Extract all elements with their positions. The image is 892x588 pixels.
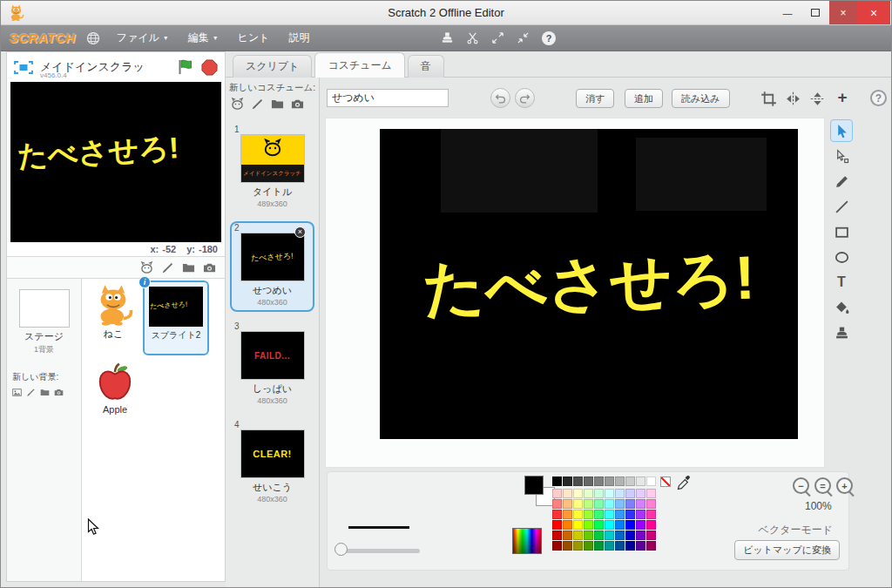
stroke-width-slider[interactable] xyxy=(338,549,420,553)
flip-horizontal-icon[interactable] xyxy=(785,91,801,107)
color-swatch[interactable] xyxy=(552,489,562,498)
color-swatch[interactable] xyxy=(584,541,593,551)
costume-item-title[interactable]: 1 メイドインスクラッチ タイトル 489x360 xyxy=(230,123,314,213)
color-swatch[interactable] xyxy=(563,531,572,540)
new-costume-upload-icon[interactable] xyxy=(271,98,284,111)
costume-delete-button[interactable]: × xyxy=(294,226,306,238)
color-swatch[interactable] xyxy=(563,476,572,486)
color-swatch[interactable] xyxy=(646,499,656,509)
color-swatch[interactable] xyxy=(615,541,625,551)
color-swatch[interactable] xyxy=(594,499,604,509)
color-swatch[interactable] xyxy=(605,531,614,540)
grow-sprite-icon[interactable] xyxy=(491,31,504,44)
tool-rectangle[interactable] xyxy=(830,220,853,243)
color-swatch[interactable] xyxy=(594,510,604,519)
color-swatch[interactable] xyxy=(646,531,656,540)
help-button[interactable]: ? xyxy=(870,90,887,106)
stage-thumbnail[interactable] xyxy=(19,289,70,328)
color-swatch[interactable] xyxy=(615,489,625,498)
new-costume-library-icon[interactable] xyxy=(231,98,244,111)
tool-reshape[interactable] xyxy=(830,145,853,167)
color-swatch[interactable] xyxy=(552,541,562,551)
zoom-in-button[interactable]: + xyxy=(836,477,853,494)
color-swatch[interactable] xyxy=(625,499,635,509)
new-costume-camera-icon[interactable] xyxy=(291,98,304,111)
shrink-sprite-icon[interactable] xyxy=(517,31,530,44)
tab-sounds[interactable]: 音 xyxy=(408,55,444,78)
color-swatch[interactable] xyxy=(625,476,635,486)
color-swatch[interactable] xyxy=(636,541,645,551)
color-swatch[interactable] xyxy=(584,476,593,486)
tool-ellipse[interactable] xyxy=(830,246,853,268)
color-swatch[interactable] xyxy=(636,489,645,498)
color-swatch[interactable] xyxy=(563,499,572,509)
zoom-reset-button[interactable]: = xyxy=(814,477,831,494)
sprite-item-sprite2[interactable]: i たべさせろ! スプライト2 xyxy=(143,280,209,355)
tab-scripts[interactable]: スクリプト xyxy=(233,55,312,78)
stage-canvas[interactable]: たべさせろ! xyxy=(10,82,221,242)
color-swatch[interactable] xyxy=(605,541,614,551)
color-swatch[interactable] xyxy=(646,541,656,551)
redo-button[interactable] xyxy=(515,88,535,108)
color-swatch[interactable] xyxy=(584,520,593,530)
minimize-button[interactable]: — xyxy=(774,1,801,24)
color-swatch[interactable] xyxy=(615,499,625,509)
primary-color-swatch[interactable] xyxy=(524,476,544,495)
costume-name-input[interactable] xyxy=(327,89,449,107)
slider-thumb[interactable] xyxy=(334,543,348,556)
new-backdrop-upload-icon[interactable] xyxy=(40,388,50,397)
new-costume-paint-icon[interactable] xyxy=(251,98,264,111)
color-swatch[interactable] xyxy=(646,476,656,486)
new-sprite-library-icon[interactable] xyxy=(140,261,153,274)
delete-scissors-icon[interactable] xyxy=(466,31,479,44)
close-button[interactable]: × xyxy=(857,1,890,24)
color-swatch[interactable] xyxy=(552,510,562,519)
color-swatch[interactable] xyxy=(584,531,593,540)
color-swatch[interactable] xyxy=(625,520,635,530)
color-swatch[interactable] xyxy=(573,510,583,519)
color-swatch[interactable] xyxy=(625,531,635,540)
color-swatch[interactable] xyxy=(605,499,614,509)
block-help-icon[interactable]: ? xyxy=(542,31,556,45)
color-swatch[interactable] xyxy=(594,476,604,486)
new-backdrop-library-icon[interactable] xyxy=(12,388,22,397)
color-swatch[interactable] xyxy=(615,476,625,486)
tool-stamp[interactable] xyxy=(830,321,853,344)
menu-edit[interactable]: 編集▼ xyxy=(179,25,228,51)
flip-vertical-icon[interactable] xyxy=(809,91,826,107)
new-backdrop-camera-icon[interactable] xyxy=(54,388,64,397)
new-sprite-camera-icon[interactable] xyxy=(203,261,216,274)
color-swatch[interactable] xyxy=(573,541,583,551)
tool-text[interactable]: T xyxy=(830,271,853,294)
undo-button[interactable] xyxy=(490,88,510,108)
color-swatch[interactable] xyxy=(636,510,645,519)
color-swatch[interactable] xyxy=(594,541,604,551)
color-swatch[interactable] xyxy=(646,510,656,519)
color-swatch[interactable] xyxy=(605,510,614,519)
sprite-item-cat[interactable]: ねこ xyxy=(89,284,138,341)
sprite-item-apple[interactable]: Apple xyxy=(91,361,139,415)
menu-about[interactable]: 説明 xyxy=(280,25,320,51)
tool-pencil[interactable] xyxy=(830,170,853,193)
stop-button[interactable] xyxy=(201,59,218,76)
close-button-secondary[interactable]: × xyxy=(829,1,857,24)
set-costume-center-button[interactable]: + xyxy=(832,87,853,108)
import-button[interactable]: 読み込み xyxy=(672,89,730,108)
color-swatch[interactable] xyxy=(605,520,614,530)
color-swatch[interactable] xyxy=(573,531,583,540)
color-swatch[interactable] xyxy=(636,531,645,540)
new-sprite-paint-icon[interactable] xyxy=(161,261,174,274)
tool-line[interactable] xyxy=(830,195,853,218)
color-swatch[interactable] xyxy=(573,499,583,509)
tab-costumes[interactable]: コスチューム xyxy=(314,52,404,78)
color-swatch[interactable] xyxy=(605,476,614,486)
color-swatch[interactable] xyxy=(552,499,562,509)
rainbow-picker[interactable] xyxy=(512,528,542,554)
color-swatch[interactable] xyxy=(552,476,562,486)
costume-item-setsumei[interactable]: 2 × たべさせろ! せつめい 480x360 xyxy=(230,221,314,312)
color-swatch[interactable] xyxy=(615,510,625,519)
color-swatch[interactable] xyxy=(584,499,593,509)
crop-icon[interactable] xyxy=(760,91,777,107)
color-swatch[interactable] xyxy=(584,510,593,519)
small-stage-toggle-icon[interactable] xyxy=(14,61,33,74)
